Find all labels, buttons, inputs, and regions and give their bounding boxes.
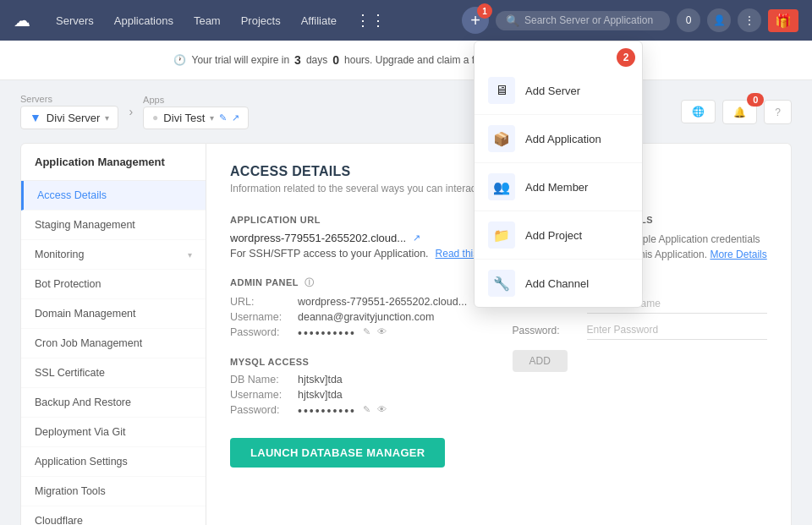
- server-selector[interactable]: ▼ Divi Server ▾: [20, 106, 118, 129]
- admin-username-value: deanna@gravityjunction.com: [298, 311, 434, 323]
- app-circle-icon: ●: [152, 112, 158, 123]
- read-this-link[interactable]: Read this: [436, 248, 479, 260]
- admin-password-eye-icon[interactable]: 👁: [377, 326, 387, 340]
- mysql-password-edit-icon[interactable]: ✎: [363, 404, 370, 418]
- sidebar-item-migration[interactable]: Migration Tools: [21, 477, 206, 506]
- sidebar-item-label: Staging Management: [35, 219, 135, 231]
- app-name: Divi Test: [163, 112, 205, 124]
- logo: ☁: [14, 10, 30, 30]
- dropdown-add-member[interactable]: 👥 Add Member: [475, 163, 642, 211]
- chevron-down-icon: ▾: [105, 113, 109, 123]
- admin-password-dots: ••••••••••: [298, 326, 356, 340]
- servers-label: Servers: [20, 94, 118, 104]
- app-url-group: APPLICATION URL wordpress-779551-2655202…: [230, 215, 486, 260]
- plus-button[interactable]: + 1: [462, 7, 489, 34]
- admin-password-row: Password: •••••••••• ✎ 👁: [230, 326, 486, 340]
- nav-servers[interactable]: Servers: [47, 9, 102, 32]
- admin-username-label: Username:: [230, 311, 291, 323]
- add-credential-button[interactable]: ADD: [513, 350, 568, 372]
- app-url-label: APPLICATION URL: [230, 215, 486, 225]
- dropdown-add-project[interactable]: 📁 Add Project: [475, 211, 642, 260]
- gift-icon: 🎁: [775, 14, 792, 28]
- apps-breadcrumb: Apps ● Divi Test ▾ ✎ ↗: [143, 95, 249, 129]
- search-box[interactable]: 🔍: [496, 11, 670, 30]
- sidebar-item-label: Domain Management: [35, 308, 136, 320]
- content-row: Application Management Access Details St…: [20, 143, 792, 525]
- sidebar-item-label: Deployment Via Git: [35, 426, 125, 438]
- app-url-text: wordpress-779551-2655202.cloud...: [230, 232, 406, 244]
- ssh-row: For SSH/SFTP access to your Application.…: [230, 248, 486, 260]
- launch-db-manager-button[interactable]: LAUNCH DATABASE MANAGER: [230, 438, 445, 468]
- search-input[interactable]: [524, 14, 660, 26]
- sidebar-item-monitoring[interactable]: Monitoring ▾: [21, 240, 206, 270]
- nav-affiliate[interactable]: Affiliate: [293, 9, 345, 32]
- trial-prefix: Your trial will expire in: [191, 54, 289, 66]
- sidebar-item-label: Application Settings: [35, 456, 128, 468]
- dropdown-add-application[interactable]: 📦 Add Application: [475, 115, 642, 163]
- sidebar-item-app-settings[interactable]: Application Settings: [21, 447, 206, 477]
- mysql-password-row: Password: •••••••••• ✎ 👁: [230, 404, 486, 418]
- more-options-button[interactable]: ⋮: [738, 8, 761, 32]
- sidebar-item-cloudflare[interactable]: Cloudflare: [21, 506, 206, 525]
- nav-applications[interactable]: Applications: [106, 9, 182, 32]
- add-channel-icon: 🔧: [488, 270, 515, 297]
- nav-team[interactable]: Team: [185, 9, 229, 32]
- sidebar-item-label: Cloudflare: [35, 515, 83, 525]
- trial-days: 3: [294, 53, 301, 67]
- trial-bar: 🕐 Your trial will expire in 3 days 0 hou…: [0, 41, 812, 80]
- main-area: Servers ▼ Divi Server ▾ › Apps ● Divi Te…: [0, 80, 812, 525]
- sidebar: Application Management Access Details St…: [20, 143, 206, 525]
- sidebar-item-label: Access Details: [37, 189, 107, 201]
- notif-container: 🔔 0: [722, 100, 757, 124]
- dropdown-add-channel[interactable]: 🔧 Add Channel: [475, 260, 642, 307]
- nav-projects[interactable]: Projects: [233, 9, 289, 32]
- app-url-open-icon[interactable]: ↗: [413, 232, 420, 243]
- dropdown-add-server[interactable]: 🖥 Add Server: [475, 67, 642, 115]
- expand-icon: ▾: [188, 250, 192, 260]
- add-channel-label: Add Channel: [525, 277, 589, 290]
- sidebar-item-git[interactable]: Deployment Via Git: [21, 418, 206, 447]
- avatar-button[interactable]: 👤: [707, 8, 731, 32]
- sidebar-item-backup[interactable]: Backup And Restore: [21, 388, 206, 418]
- server-name: Divi Server: [47, 112, 101, 124]
- top-nav: ☁ Servers Applications Team Projects Aff…: [0, 0, 812, 41]
- mysql-db-value: hjtskv]tda: [298, 374, 343, 386]
- sidebar-item-bot-protection[interactable]: Bot Protection: [21, 270, 206, 299]
- gift-button[interactable]: 🎁: [768, 9, 798, 32]
- sidebar-item-cron[interactable]: Cron Job Management: [21, 329, 206, 358]
- sidebar-item-access-details[interactable]: Access Details: [21, 181, 206, 211]
- mysql-db-row: DB Name: hjtskv]tda: [230, 374, 486, 386]
- add-server-label: Add Server: [525, 85, 580, 97]
- help-button[interactable]: ?: [764, 100, 792, 124]
- sidebar-item-label: Monitoring: [35, 249, 84, 260]
- sidebar-item-label: Cron Job Management: [35, 337, 142, 349]
- mysql-password-eye-icon[interactable]: 👁: [377, 404, 387, 418]
- edit-app-icon[interactable]: ✎: [219, 112, 227, 123]
- add-project-icon: 📁: [488, 221, 515, 249]
- admin-username-row: Username: deanna@gravityjunction.com: [230, 311, 486, 323]
- open-app-icon[interactable]: ↗: [232, 112, 239, 123]
- app-selector[interactable]: ● Divi Test ▾ ✎ ↗: [143, 107, 249, 129]
- admin-password-edit-icon[interactable]: ✎: [363, 326, 370, 340]
- notification-button[interactable]: 0: [677, 8, 700, 32]
- sidebar-item-staging[interactable]: Staging Management: [21, 211, 206, 240]
- mysql-db-label: DB Name:: [230, 374, 291, 386]
- add-project-label: Add Project: [525, 229, 582, 242]
- domain-action[interactable]: 🌐: [681, 100, 716, 123]
- sidebar-item-domain[interactable]: Domain Management: [21, 299, 206, 329]
- app-url-value: wordpress-779551-2655202.cloud... ↗: [230, 232, 486, 244]
- password-input[interactable]: [587, 320, 768, 340]
- servers-breadcrumb: Servers ▼ Divi Server ▾: [20, 94, 118, 129]
- admin-info-icon[interactable]: ⓘ: [304, 277, 315, 287]
- apps-label: Apps: [143, 95, 249, 105]
- add-btn-container: ADD: [513, 350, 768, 372]
- admin-panel-text: ADMIN PANEL: [230, 277, 299, 287]
- add-member-icon: 👥: [488, 173, 515, 200]
- more-details-link[interactable]: More Details: [710, 249, 766, 260]
- sidebar-item-ssl[interactable]: SSL Certificate: [21, 358, 206, 388]
- admin-url-row: URL: wordpress-779551-2655202.cloud... ↗: [230, 296, 486, 308]
- grid-icon[interactable]: ⋮⋮: [355, 11, 386, 30]
- bell-app-icon: 🔔: [733, 107, 746, 118]
- mysql-group: MYSQL ACCESS DB Name: hjtskv]tda Usernam…: [230, 357, 486, 468]
- step-badge-2: 2: [617, 48, 635, 67]
